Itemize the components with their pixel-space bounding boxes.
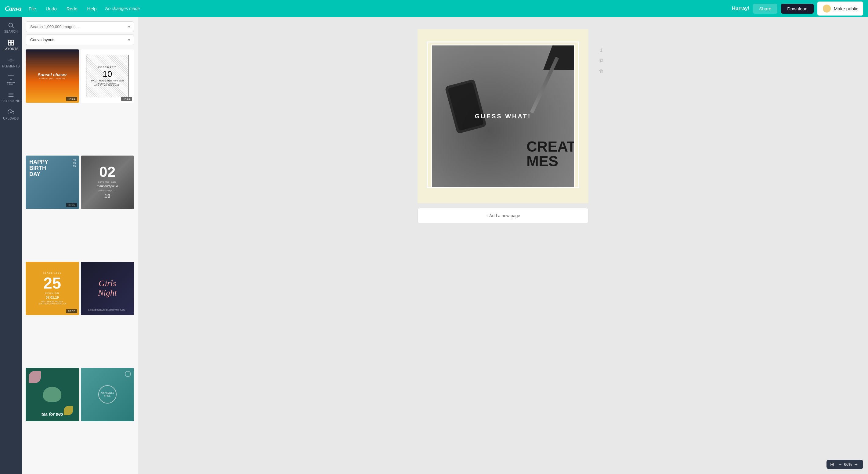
template-reunion: REUNION (45, 292, 59, 294)
zoom-in-button[interactable]: + (852, 462, 860, 467)
sidebar: SEARCH LAYOUTS ELEMENTS TEXT (0, 17, 22, 474)
svg-rect-2 (8, 40, 11, 42)
template-venue: PATTERSON PALACE18 KITSON, SAN DIEGO, CA (38, 300, 66, 305)
download-button[interactable]: Download (781, 4, 814, 14)
layout-select[interactable]: Canva layouts My layouts All layouts (26, 34, 134, 45)
zoom-bar: ⊞ − 66% + (827, 460, 863, 469)
make-public-button[interactable]: Make public (817, 2, 863, 15)
sidebar-item-uploads[interactable]: UPLOADS (0, 106, 22, 123)
sidebar-item-layouts[interactable]: LAYOUTS (0, 37, 22, 53)
canvas-side-text: CREATI MES (526, 139, 575, 169)
zoom-out-button[interactable]: − (837, 462, 844, 467)
sidebar-label-layouts: LAYOUTS (3, 47, 18, 50)
delete-page-button[interactable]: 🗑 (599, 69, 604, 74)
template-25-reunion[interactable]: CLASS 1991 25 REUNION 07.01.19 PATTERSON… (26, 262, 79, 315)
sidebar-item-background[interactable]: BKGROUND (0, 89, 22, 105)
template-class: CLASS 1991 (43, 272, 61, 274)
template-location: palm springs, co (99, 189, 116, 192)
canvas-main-text[interactable]: GUESS WHAT! (475, 113, 531, 120)
canvas-side-text-line1: CREATI (526, 139, 575, 154)
svg-rect-5 (11, 43, 13, 45)
file-menu[interactable]: File (26, 5, 38, 12)
canvas-main[interactable]: GUESS WHAT! CREATI MES (417, 29, 588, 203)
template-day: 10 (102, 69, 112, 79)
search-section: ▼ (22, 17, 138, 34)
svg-rect-4 (8, 43, 11, 45)
page-number: 1 (600, 47, 602, 53)
template-number: 25 (43, 275, 61, 291)
template-number: 02 (99, 165, 115, 179)
svg-rect-3 (11, 40, 13, 42)
template-girls-night[interactable]: GirlsNight LESLIE'S BACHELORETTE BASH (81, 262, 134, 315)
template-title: Sunset chaser (37, 72, 67, 77)
template-number2: 19 (104, 193, 111, 200)
template-year: TWO THOUSAND FIFTEEN (91, 79, 124, 82)
canvas-side-text-line2: MES (526, 154, 575, 169)
sidebar-label-elements: ELEMENTS (2, 65, 20, 68)
canvas-area: GUESS WHAT! CREATI MES 1 ⧉ 🗑 (138, 17, 868, 474)
sidebar-label-search: SEARCH (4, 30, 18, 33)
template-names: DIMAH & BANDYARE TYING THE KNOT! (94, 82, 120, 86)
template-travel[interactable]: I'M FINALLY FREE (81, 368, 134, 421)
template-tea-for-two[interactable]: tea for two (26, 368, 79, 421)
template-subtitle: LESLIE'S BACHELORETTE BASH (88, 309, 126, 311)
teapot-shape (43, 387, 61, 402)
background-icon (8, 92, 14, 98)
sidebar-label-uploads: UPLOADS (3, 117, 19, 120)
templates-grid: Sunset chaser Follow your dreams FREE FE… (22, 47, 138, 474)
template-save-date[interactable]: 02 save the date mark and paulo palm spr… (81, 156, 134, 209)
template-title: HAPPYBIRTHDAY (29, 159, 75, 177)
page-indicator: 1 ⧉ 🗑 (599, 47, 604, 74)
panel: ▼ Canva layouts My layouts All layouts ▼… (22, 17, 138, 474)
template-title: tea for two (41, 412, 63, 417)
search-icon (8, 22, 14, 29)
layouts-icon (8, 39, 14, 46)
duplicate-page-button[interactable]: ⧉ (599, 57, 603, 64)
topbar-right: Hurray! Share Download Make public (732, 2, 863, 15)
elements-icon (8, 57, 14, 63)
template-subtitle: Follow your dreams (39, 77, 66, 80)
svg-line-1 (12, 27, 14, 28)
stamp-decoration (125, 371, 131, 377)
template-save-text: save the date (98, 180, 117, 183)
template-happy-birthday[interactable]: 092919 HAPPYBIRTHDAY FREE (26, 156, 79, 209)
free-badge: FREE (66, 309, 77, 313)
add-page-button[interactable]: + Add a new page (417, 208, 588, 223)
template-sunset-chaser[interactable]: Sunset chaser Follow your dreams FREE (26, 49, 79, 103)
sidebar-label-background: BKGROUND (2, 99, 21, 103)
svg-point-0 (9, 23, 13, 27)
sidebar-item-text[interactable]: TEXT (0, 72, 22, 88)
free-badge: FREE (66, 97, 77, 101)
stamp-shape: I'M FINALLY FREE (98, 385, 117, 404)
search-input[interactable] (26, 21, 134, 32)
free-badge: FREE (121, 97, 132, 101)
sidebar-item-search[interactable]: SEARCH (0, 20, 22, 36)
sidebar-item-elements[interactable]: ELEMENTS (0, 54, 22, 70)
status-text: No changes made (105, 6, 140, 11)
topbar: Canva File Undo Redo Help No changes mad… (0, 0, 868, 17)
svg-point-6 (10, 59, 12, 61)
template-month: FEBRUARY (98, 66, 116, 69)
search-dropdown-arrow: ▼ (127, 25, 131, 29)
share-button[interactable]: Share (753, 4, 777, 14)
canvas-wrapper: GUESS WHAT! CREATI MES 1 ⧉ 🗑 (417, 29, 588, 203)
redo-button[interactable]: Redo (64, 5, 80, 12)
flower-decoration (29, 371, 41, 383)
template-names: mark and paulo (97, 184, 118, 188)
zoom-icon: ⊞ (830, 462, 834, 467)
canva-logo[interactable]: Canva (5, 5, 21, 12)
zoom-level: 66% (844, 462, 852, 467)
hurray-text: Hurray! (732, 6, 749, 11)
canvas-inner[interactable]: GUESS WHAT! CREATI MES (431, 44, 575, 188)
template-date: 07.01.19 (46, 296, 59, 299)
help-button[interactable]: Help (85, 5, 99, 12)
sidebar-label-text: TEXT (7, 82, 15, 86)
flower-decoration-2 (64, 406, 73, 415)
template-title: GirlsNight (98, 279, 117, 298)
template-feb-10[interactable]: FEBRUARY 10 TWO THOUSAND FIFTEEN DIMAH &… (81, 49, 134, 103)
main-layout: SEARCH LAYOUTS ELEMENTS TEXT (0, 17, 868, 474)
text-icon (8, 74, 14, 81)
undo-button[interactable]: Undo (43, 5, 59, 12)
uploads-icon (8, 109, 14, 115)
free-badge: FREE (66, 203, 77, 207)
